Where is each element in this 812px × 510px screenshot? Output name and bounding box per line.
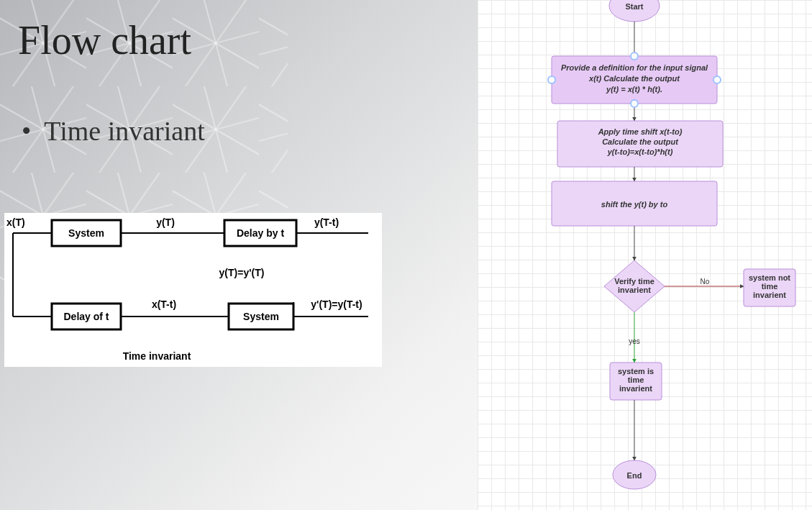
selection-handle-icon[interactable]	[631, 100, 638, 107]
label-no-1: system not	[749, 273, 790, 282]
label-yes-1: system is	[618, 367, 654, 375]
label-yTt: y(T-t)	[314, 217, 339, 228]
label-step2-2: Calculate the output	[602, 137, 679, 146]
edge-label-no: No	[701, 278, 710, 286]
label-step1-1: Provide a definition for the input signa…	[561, 63, 708, 72]
label-no-3: invarient	[753, 291, 786, 299]
box-system-bottom-label: System	[243, 311, 279, 322]
label-step2-3: y(t-to)=x(t-to)*h(t)	[607, 147, 673, 156]
label-no-2: time	[762, 282, 778, 291]
label-step3: shift the y(t) by to	[601, 200, 668, 209]
edge-label-yes: yes	[629, 337, 640, 345]
slide-title: Flow chart	[18, 17, 191, 63]
bullet-time-invariant: Time invariant	[22, 115, 205, 147]
selection-handle-icon[interactable]	[631, 53, 638, 60]
label-end: End	[627, 471, 642, 480]
label-xT: x(T)	[6, 217, 25, 228]
selection-handle-icon[interactable]	[548, 76, 555, 83]
label-start: Start	[625, 2, 643, 11]
label-yes-2: time	[628, 375, 644, 384]
label-yT: y(T)	[156, 217, 175, 228]
box-system-top-label: System	[68, 227, 104, 239]
label-step2-1: Apply time shift x(t-to)	[598, 127, 683, 136]
label-step1-2: x(t) Calculate the output	[588, 74, 680, 83]
block-diagram-caption: Time invariant	[123, 350, 191, 362]
label-equality: y(T)=y'(T)	[219, 267, 265, 278]
label-decision-2: invarient	[618, 286, 651, 294]
box-delay-top-label: Delay by t	[237, 227, 284, 239]
selection-handle-icon[interactable]	[713, 76, 721, 83]
label-xTt: x(T-t)	[152, 299, 176, 310]
slide: Flow chart Time invariant x(T) System y(…	[0, 0, 812, 510]
block-diagram: x(T) System y(T) Delay by t y(T-t) y(T)=…	[4, 213, 382, 367]
box-delay-bottom-label: Delay of t	[63, 311, 109, 322]
label-yprime: y'(T)=y(T-t)	[311, 299, 362, 310]
flowchart: Start Provide a definition for the input…	[478, 0, 812, 510]
label-yes-3: invarient	[619, 384, 652, 393]
label-decision-1: Verify time	[614, 277, 654, 286]
label-step1-3: y(t) = x(t) * h(t).	[606, 85, 662, 94]
